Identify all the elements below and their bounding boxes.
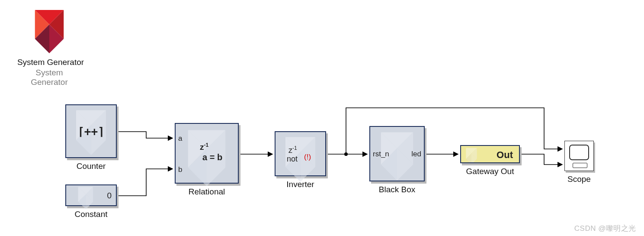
constant-block[interactable]: 0: [65, 184, 117, 206]
gatewayout-text: Out: [497, 149, 513, 161]
counter-symbol: ⌈++⌉: [66, 125, 116, 138]
inverter-label: Inverter: [275, 180, 326, 189]
xilinx-logo-icon: [27, 8, 72, 55]
diagram-canvas: System Generator System Generator ⌈++⌉ C…: [0, 0, 644, 236]
relational-label: Relational: [175, 187, 239, 197]
inverter-op: not: [287, 155, 298, 164]
scope-label: Scope: [559, 175, 599, 184]
inverter-block[interactable]: z-1 not (!): [275, 131, 326, 176]
relational-block[interactable]: a b z-1 a = b: [175, 123, 239, 184]
constant-label: Constant: [65, 210, 117, 219]
constant-value: 0: [107, 191, 112, 200]
sysgen-sub1: System: [27, 68, 72, 78]
watermark: CSDN @嚟明之光: [574, 223, 636, 233]
sysgen-title: System Generator: [8, 58, 93, 67]
scope-block[interactable]: [564, 141, 594, 171]
blackbox-label: Black Box: [369, 185, 425, 194]
relational-z1: z-1: [200, 142, 208, 152]
sysgen-sub2: Generator: [27, 78, 72, 87]
relational-port-a: a: [178, 134, 182, 143]
relational-expr: a = b: [202, 152, 222, 162]
counter-label: Counter: [65, 162, 117, 171]
inverter-z1: z-1: [288, 145, 297, 155]
gatewayout-label: Gateway Out: [460, 167, 520, 176]
x-watermark-icon: [276, 132, 325, 182]
counter-block[interactable]: ⌈++⌉: [65, 104, 117, 158]
inverter-warn: (!): [304, 153, 311, 162]
svg-point-37: [344, 152, 348, 156]
relational-port-b: b: [178, 165, 182, 174]
x-watermark-icon: [464, 147, 479, 162]
blackbox-block[interactable]: rst_n led: [369, 126, 425, 181]
blackbox-port-out: led: [411, 150, 421, 158]
gatewayout-block[interactable]: Out: [460, 145, 520, 163]
blackbox-port-in: rst_n: [373, 150, 389, 158]
